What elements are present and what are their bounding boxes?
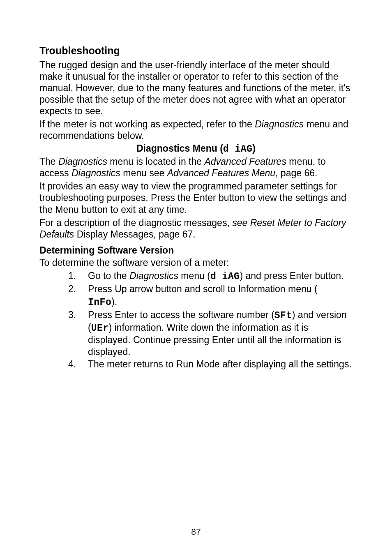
paragraph-intro: The rugged design and the user-friendly … <box>39 59 353 117</box>
text: Press Up arrow button and scroll to Info… <box>88 284 318 294</box>
text: Diagnostics Menu ( <box>136 143 223 154</box>
paragraph-desc: For a description of the diagnostic mess… <box>39 217 353 240</box>
paragraph-location: The Diagnostics menu is located in the A… <box>39 156 353 179</box>
text: menu is located in the <box>107 156 205 167</box>
text: ) and press Enter button. <box>240 270 344 281</box>
emphasis: Diagnostics <box>71 168 120 178</box>
text: Go to the <box>88 270 129 281</box>
text: ). <box>111 296 117 307</box>
seg-sft: SFt <box>274 310 292 321</box>
text: ) <box>252 143 256 154</box>
text: Press Enter to access the software numbe… <box>88 309 274 320</box>
list-item: 4. The meter returns to Run Mode after d… <box>68 358 353 370</box>
emphasis-diagnostics: Diagnostics <box>255 119 304 129</box>
seg-info: InFo <box>88 297 111 308</box>
seg-diag: d iAG <box>223 144 253 155</box>
paragraph-determine: To determine the software version of a m… <box>39 257 353 268</box>
emphasis: Diagnostics <box>58 156 107 167</box>
text: ) information. Write down the informatio… <box>88 322 341 357</box>
horizontal-rule <box>39 33 353 33</box>
section-heading: Troubleshooting <box>39 45 353 57</box>
emphasis: Advanced Features <box>204 156 286 167</box>
step-body: Press Up arrow button and scroll to Info… <box>88 283 353 308</box>
list-item: 1. Go to the Diagnostics menu (d iAG) an… <box>68 270 353 283</box>
step-number: 1. <box>68 270 88 282</box>
text: , page 66. <box>275 168 317 178</box>
steps-list: 1. Go to the Diagnostics menu (d iAG) an… <box>39 270 353 370</box>
emphasis: Diagnostics <box>129 270 178 281</box>
step-number: 3. <box>68 309 88 321</box>
page-number: 87 <box>0 527 392 537</box>
paragraph-refer: If the meter is not working as expected,… <box>39 118 353 141</box>
step-number: 2. <box>68 283 88 295</box>
step-body: Press Enter to access the software numbe… <box>88 309 353 358</box>
diagnostics-menu-heading: Diagnostics Menu (d iAG) <box>39 143 353 155</box>
emphasis: Advanced Features Menu <box>167 168 275 178</box>
list-item: 3. Press Enter to access the software nu… <box>68 309 353 358</box>
text: menu ( <box>178 270 210 281</box>
text: Display Messages, page 67. <box>74 229 195 240</box>
step-body: The meter returns to Run Mode after disp… <box>88 358 353 370</box>
step-number: 4. <box>68 358 88 370</box>
software-version-heading: Determining Software Version <box>39 245 353 256</box>
text: menu see <box>120 168 167 178</box>
list-item: 2. Press Up arrow button and scroll to I… <box>68 283 353 308</box>
text: If the meter is not working as expected,… <box>39 119 255 129</box>
text: For a description of the diagnostic mess… <box>39 217 232 228</box>
step-body: Go to the Diagnostics menu (d iAG) and p… <box>88 270 353 283</box>
text: The <box>39 156 58 167</box>
seg-uer: UEr <box>91 323 109 334</box>
paragraph-purpose: It provides an easy way to view the prog… <box>39 180 353 215</box>
seg-diag: d iAG <box>210 271 240 282</box>
